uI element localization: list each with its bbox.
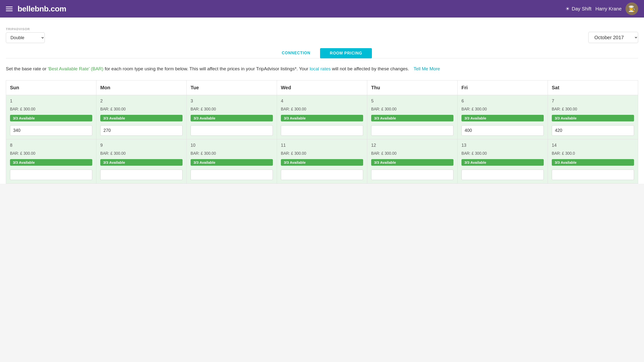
table-row: 10 BAR: £ 300.00 3/3 Available bbox=[187, 139, 277, 184]
available-badge-06: 3/3 Available bbox=[552, 115, 634, 121]
available-badge-10: 3/3 Available bbox=[10, 159, 92, 166]
sun-icon: ☀ bbox=[566, 6, 570, 12]
room-type-select[interactable]: Double Single Suite Twin bbox=[6, 32, 45, 43]
pricing-calendar: Sun Mon Tue Wed Thu Fri Sat 1 BAR: £ 300… bbox=[6, 80, 638, 184]
table-row: 7 BAR: £ 300.00 3/3 Available bbox=[548, 95, 638, 139]
table-row: 13 BAR: £ 300.00 3/3 Available bbox=[458, 139, 548, 184]
col-sat: Sat bbox=[548, 80, 638, 95]
cell-bar-10: BAR: £ 300.00 bbox=[10, 151, 92, 156]
price-input-11[interactable] bbox=[100, 170, 182, 180]
cell-day-01: 2 bbox=[100, 98, 182, 104]
col-mon: Mon bbox=[96, 80, 187, 95]
avatar[interactable]: 👨‍🍳 bbox=[626, 2, 638, 15]
cell-bar-04: BAR: £ 300.00 bbox=[371, 107, 454, 111]
desc-prefix: Set the base rate or bbox=[6, 66, 48, 71]
top-bar: TRIPADVISOR Double Single Suite Twin Oct… bbox=[6, 27, 638, 43]
avatar-emoji: 👨‍🍳 bbox=[628, 5, 636, 12]
price-input-06[interactable] bbox=[552, 125, 634, 136]
table-row: 14 BAR: £ 300.0 3/3 Available bbox=[548, 139, 638, 184]
desc-middle: for each room type using the form below.… bbox=[104, 66, 310, 71]
table-row: 8 BAR: £ 300.00 3/3 Available bbox=[6, 139, 96, 184]
table-row: 4 BAR: £ 300.00 3/3 Available bbox=[277, 95, 367, 139]
price-input-01[interactable] bbox=[100, 125, 182, 136]
available-badge-02: 3/3 Available bbox=[190, 115, 273, 121]
table-row: 12 BAR: £ 300.00 3/3 Available bbox=[367, 139, 458, 184]
col-thu: Thu bbox=[367, 80, 458, 95]
brand-logo: bellebnb.com bbox=[18, 4, 66, 13]
available-badge-13: 3/3 Available bbox=[281, 159, 363, 166]
price-input-03[interactable] bbox=[281, 125, 363, 136]
available-badge-16: 3/3 Available bbox=[552, 159, 634, 166]
cell-bar-12: BAR: £ 300.00 bbox=[190, 151, 273, 156]
cell-day-06: 7 bbox=[552, 98, 634, 104]
day-shift-label: Day Shift bbox=[572, 6, 592, 12]
cell-bar-15: BAR: £ 300.00 bbox=[462, 151, 544, 156]
cell-bar-06: BAR: £ 300.00 bbox=[552, 107, 634, 111]
cell-bar-01: BAR: £ 300.00 bbox=[100, 107, 182, 111]
col-fri: Fri bbox=[458, 80, 548, 95]
price-input-10[interactable] bbox=[10, 170, 92, 180]
col-wed: Wed bbox=[277, 80, 367, 95]
description-text: Set the base rate or 'Best Available Rat… bbox=[6, 65, 638, 72]
cell-day-03: 4 bbox=[281, 98, 363, 104]
cell-day-15: 13 bbox=[462, 143, 544, 148]
cell-bar-03: BAR: £ 300.00 bbox=[281, 107, 363, 111]
hamburger-menu[interactable] bbox=[6, 6, 13, 11]
cell-bar-05: BAR: £ 300.00 bbox=[462, 107, 544, 111]
price-input-02[interactable] bbox=[190, 125, 273, 136]
cell-day-16: 14 bbox=[552, 143, 634, 148]
month-select[interactable]: October 2017 November 2017 December 2017 bbox=[588, 32, 638, 43]
price-input-05[interactable] bbox=[462, 125, 544, 136]
available-badge-14: 3/3 Available bbox=[371, 159, 454, 166]
cell-bar-00: BAR: £ 300.00 bbox=[10, 107, 92, 111]
price-input-04[interactable] bbox=[371, 125, 454, 136]
available-badge-04: 3/3 Available bbox=[371, 115, 454, 121]
table-row: 11 BAR: £ 300.00 3/3 Available bbox=[277, 139, 367, 184]
tripadvisor-label: TRIPADVISOR bbox=[6, 27, 45, 31]
price-input-12[interactable] bbox=[190, 170, 273, 180]
price-input-15[interactable] bbox=[462, 170, 544, 180]
desc-suffix: will not be affected by these changes. bbox=[331, 66, 409, 71]
tab-connection[interactable]: CONNECTION bbox=[272, 48, 320, 58]
cell-bar-16: BAR: £ 300.0 bbox=[552, 151, 634, 156]
price-input-00[interactable] bbox=[10, 125, 92, 136]
table-row: 1 BAR: £ 300.00 3/3 Available bbox=[6, 95, 96, 139]
table-row: 5 BAR: £ 300.00 3/3 Available bbox=[367, 95, 458, 139]
tell-me-more-link[interactable]: Tell Me More bbox=[414, 66, 440, 71]
available-badge-03: 3/3 Available bbox=[281, 115, 363, 121]
header-right: ☀ Day Shift Harry Krane 👨‍🍳 bbox=[566, 2, 638, 15]
cell-day-13: 11 bbox=[281, 143, 363, 148]
bar-text: 'Best Available Rate' (BAR) bbox=[48, 66, 104, 71]
table-row: 6 BAR: £ 300.00 3/3 Available bbox=[458, 95, 548, 139]
cell-day-10: 8 bbox=[10, 143, 92, 148]
cell-day-02: 3 bbox=[190, 98, 273, 104]
day-shift-toggle[interactable]: ☀ Day Shift bbox=[566, 6, 592, 12]
available-badge-15: 3/3 Available bbox=[462, 159, 544, 166]
cell-bar-11: BAR: £ 300.00 bbox=[100, 151, 182, 156]
table-row: 2 BAR: £ 300.00 3/3 Available bbox=[96, 95, 187, 139]
col-sun: Sun bbox=[6, 80, 96, 95]
room-section: TRIPADVISOR Double Single Suite Twin bbox=[6, 27, 45, 43]
cell-day-05: 6 bbox=[462, 98, 544, 104]
cell-day-12: 10 bbox=[190, 143, 273, 148]
tab-room-pricing[interactable]: ROOM PRICING bbox=[320, 48, 372, 58]
available-badge-01: 3/3 Available bbox=[100, 115, 182, 121]
cell-day-14: 12 bbox=[371, 143, 454, 148]
tab-bar: CONNECTION ROOM PRICING bbox=[6, 48, 638, 58]
price-input-14[interactable] bbox=[371, 170, 454, 180]
user-name: Harry Krane bbox=[595, 6, 622, 12]
available-badge-05: 3/3 Available bbox=[462, 115, 544, 121]
price-input-16[interactable] bbox=[552, 170, 634, 180]
cell-bar-14: BAR: £ 300.00 bbox=[371, 151, 454, 156]
available-badge-12: 3/3 Available bbox=[190, 159, 273, 166]
cell-day-00: 1 bbox=[10, 98, 92, 104]
app-header: bellebnb.com ☀ Day Shift Harry Krane 👨‍🍳 bbox=[0, 0, 644, 17]
table-row: 3 BAR: £ 300.00 3/3 Available bbox=[187, 95, 277, 139]
main-content: TRIPADVISOR Double Single Suite Twin Oct… bbox=[0, 17, 644, 184]
table-row: 9 BAR: £ 300.00 3/3 Available bbox=[96, 139, 187, 184]
price-input-13[interactable] bbox=[281, 170, 363, 180]
cell-day-11: 9 bbox=[100, 143, 182, 148]
local-rates-link[interactable]: local rates bbox=[310, 66, 331, 71]
available-badge-00: 3/3 Available bbox=[10, 115, 92, 121]
cell-bar-02: BAR: £ 300.00 bbox=[190, 107, 273, 111]
